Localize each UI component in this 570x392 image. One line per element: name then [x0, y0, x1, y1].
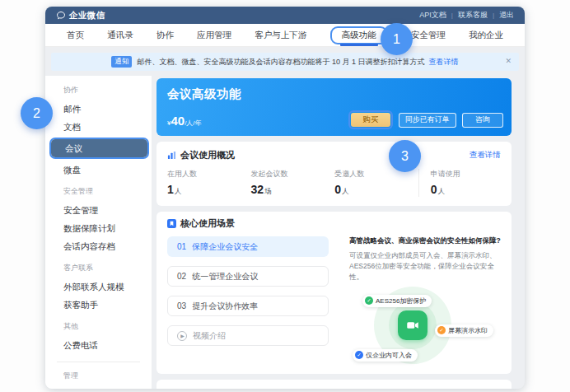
sidebar-item-chat-archive[interactable]: 会话内容存档 — [45, 237, 152, 255]
banner-buttons: 购买 同步已有订单 咨询 — [348, 110, 503, 129]
main-column: 会议高级功能 ¥40/人/年 购买 同步已有订单 咨询 — [157, 78, 512, 389]
badge-screen-watermark: ✓ 屏幕演示水印 — [435, 324, 493, 337]
security-illustration: ✓ AES256加密保护 ✓ 屏幕演示水印 ✓ 仅企业内可入会 — [349, 287, 501, 369]
sidebar-item-customer-acquisition[interactable]: 获客助手 — [45, 296, 152, 314]
tab-security-management[interactable]: 安全管理 — [411, 24, 446, 46]
scenario-item-efficiency[interactable]: 03 提升会议协作效率 — [167, 296, 329, 316]
sidebar-item-data-protection[interactable]: 数据保障计划 — [45, 219, 152, 237]
close-icon[interactable]: ✕ — [505, 58, 512, 65]
usage-details-link[interactable]: 查看详情 — [470, 150, 501, 161]
usage-card-title: 会议使用概况 — [180, 149, 235, 161]
tab-advanced-features[interactable]: 高级功能 — [330, 24, 388, 46]
chat-bubble-icon — [56, 11, 66, 21]
api-docs-link[interactable]: API文档 — [419, 10, 446, 21]
notice-bar: 通知 邮件、文档、微盘、安全高级功能及会话内容存档功能将于 10 月 1 日调整… — [51, 53, 519, 71]
content-area: 协作 邮件 文档 会议 微盘 安全管理 安全管理 数据保障计划 会话内容存档 客… — [45, 76, 525, 389]
link-separator: | — [493, 12, 494, 19]
sync-orders-button[interactable]: 同步已有订单 — [399, 113, 456, 128]
sidebar-item-external-contacts[interactable]: 外部联系人规模 — [45, 278, 152, 296]
sidebar-group-customer: 客户联系 — [45, 255, 152, 278]
feature-comparison-card: vs 功能对比 — [157, 380, 512, 389]
notice-details-link[interactable]: 查看详情 — [429, 57, 459, 68]
scenario-item-video-intro[interactable]: ▶ 视频介绍 — [167, 325, 329, 346]
scenario-item-manage[interactable]: 02 统一管理企业会议 — [167, 266, 329, 287]
price: ¥40/人/年 — [167, 114, 202, 128]
sidebar-item-mail[interactable]: 邮件 — [45, 100, 152, 118]
sidebar-item-docs[interactable]: 文档 — [45, 118, 152, 136]
annotation-outline-buy: 购买 — [348, 110, 393, 129]
link-separator: | — [451, 12, 453, 19]
stat-meetings-started: 发起会议数 32场 — [251, 169, 335, 197]
stat-apply-usage: 申请使用 0人 — [418, 169, 501, 197]
notice-badge: 通知 — [111, 56, 132, 68]
sidebar-item-meeting[interactable]: 会议 — [51, 139, 147, 157]
play-icon: ▶ — [177, 331, 187, 341]
logout-link[interactable]: 退出 — [499, 10, 514, 21]
tab-customers[interactable]: 客户与上下游 — [255, 24, 306, 46]
bar-chart-icon — [167, 151, 176, 160]
bookmark-icon — [167, 219, 176, 228]
green-dot-icon: ✓ — [365, 296, 373, 305]
price-amount: 40 — [171, 114, 185, 128]
scenarios-card-title: 核心使用场景 — [180, 217, 235, 230]
tab-my-company[interactable]: 我的企业 — [469, 24, 503, 46]
sidebar-item-purchased-features[interactable]: 已购功能 — [45, 385, 152, 389]
annotation-outline-meeting: 会议 — [49, 138, 149, 159]
sidebar: 协作 邮件 文档 会议 微盘 安全管理 安全管理 数据保障计划 会话内容存档 客… — [45, 76, 152, 389]
buy-button[interactable]: 购买 — [351, 113, 390, 127]
topbar-links: API文档 | 联系客服 | 退出 — [419, 10, 514, 21]
usage-overview-card: 会议使用概况 查看详情 在用人数 1人 发起会议数 32场 受邀人数 0人 — [157, 142, 512, 206]
scenario-item-security[interactable]: 01 保障企业会议安全 — [167, 236, 329, 257]
sidebar-group-security: 安全管理 — [45, 179, 152, 201]
stat-invited-users: 受邀人数 0人 — [334, 169, 418, 197]
sidebar-item-security[interactable]: 安全管理 — [45, 201, 152, 219]
primary-nav: 首页 通讯录 协作 应用管理 客户与上下游 高级功能 安全管理 我的企业 — [45, 24, 525, 47]
page-title: 会议高级功能 — [167, 86, 501, 102]
scenario-detail: 高管战略会议、商业保密会议的安全性如何保障? 可设置仅企业内部成员可入会、屏幕演… — [349, 236, 501, 369]
tab-home[interactable]: 首页 — [67, 24, 84, 46]
callout-step-1: 1 — [381, 23, 413, 55]
sidebar-item-drive[interactable]: 微盘 — [45, 161, 152, 179]
callout-step-3: 3 — [389, 140, 421, 172]
contact-support-link[interactable]: 联系客服 — [458, 10, 488, 21]
price-unit: /人/年 — [185, 119, 201, 127]
sidebar-item-paid-call[interactable]: 公费电话 — [45, 336, 152, 354]
topbar: 企业微信 API文档 | 联系客服 | 退出 — [45, 7, 525, 24]
tab-app-management[interactable]: 应用管理 — [197, 24, 231, 46]
sidebar-group-other: 其他 — [45, 314, 152, 336]
usage-stats: 在用人数 1人 发起会议数 32场 受邀人数 0人 申请使用 0人 — [167, 169, 501, 197]
scenario-detail-heading: 高管战略会议、商业保密会议的安全性如何保障? — [349, 236, 501, 246]
scenario-detail-body: 可设置仅企业内部成员可入会、屏幕演示水印、AES256位加密等安全功能，保障企业… — [349, 250, 501, 283]
scenario-list: 01 保障企业会议安全 02 统一管理企业会议 03 提升会议协作效率 ▶ — [167, 236, 329, 369]
stat-active-users: 在用人数 1人 — [167, 169, 251, 197]
badge-aes-encryption: ✓ AES256加密保护 — [362, 295, 432, 307]
callout-step-2: 2 — [21, 97, 53, 129]
scenarios-card-header: 核心使用场景 — [167, 217, 501, 230]
consult-button[interactable]: 咨询 — [462, 113, 503, 128]
admin-console-window: 企业微信 API文档 | 联系客服 | 退出 首页 通讯录 协作 应用管理 客户… — [45, 7, 525, 389]
usage-card-header: 会议使用概况 查看详情 — [167, 149, 501, 161]
badge-internal-only: ✓ 仅企业内可入会 — [353, 349, 418, 362]
sidebar-divider — [57, 362, 140, 362]
orange-dot-icon: ✓ — [437, 326, 446, 334]
core-scenarios-card: 核心使用场景 01 保障企业会议安全 02 统一管理企业会议 03 — [157, 212, 512, 374]
product-banner: 会议高级功能 ¥40/人/年 购买 同步已有订单 咨询 — [157, 78, 512, 136]
app-logo-text: 企业微信 — [69, 10, 105, 21]
camera-shield-icon — [398, 310, 428, 340]
blue-dot-icon: ✓ — [355, 351, 363, 359]
sidebar-group-management: 管理 — [45, 363, 152, 385]
app-logo: 企业微信 — [56, 10, 105, 21]
sidebar-group-collaboration: 协作 — [45, 77, 152, 100]
tab-collaboration[interactable]: 协作 — [157, 24, 174, 46]
tab-contacts[interactable]: 通讯录 — [107, 24, 133, 46]
notice-text: 邮件、文档、微盘、安全高级功能及会话内容存档功能将于 10 月 1 日调整折扣计… — [137, 57, 424, 68]
